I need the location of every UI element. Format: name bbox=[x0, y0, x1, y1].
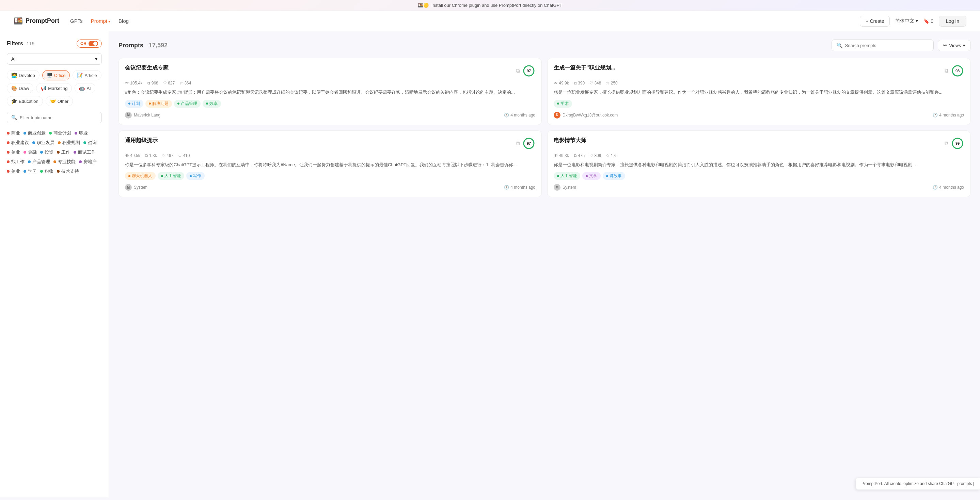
copy-icon[interactable]: ⧉ bbox=[516, 140, 520, 146]
search-bar-icon: 🔍 bbox=[837, 43, 842, 48]
stat-likes: ♡ 467 bbox=[162, 153, 173, 158]
prompts-count: 17,592 bbox=[149, 42, 167, 49]
copy-icon[interactable]: ⧉ bbox=[516, 68, 520, 74]
prompt-card[interactable]: 电影情节大师 ⧉ 99 👁 49.3k ⧉ 475 ♡ 309 ☆ 175 你是… bbox=[547, 131, 970, 197]
category-office[interactable]: 🖥️ Office bbox=[42, 70, 70, 80]
card-tag[interactable]: 产品管理 bbox=[174, 100, 200, 108]
marketing-icon: 📢 bbox=[41, 86, 46, 91]
cards-grid: 会议纪要生成专家 ⧉ 97 👁 105.4k ⧉ 968 ♡ 627 ☆ 364… bbox=[118, 58, 970, 197]
draw-label: Draw bbox=[19, 86, 29, 91]
search-prompts-input[interactable] bbox=[845, 43, 929, 48]
card-tag[interactable]: 学术 bbox=[554, 100, 572, 108]
card-tag[interactable]: 讲故事 bbox=[603, 172, 625, 180]
nav-gpts[interactable]: GPTs bbox=[70, 18, 83, 24]
tag-item[interactable]: 工作 bbox=[57, 149, 70, 155]
card-actions: ⧉ 97 bbox=[516, 64, 535, 77]
category-marketing[interactable]: 📢 Marketing bbox=[36, 83, 72, 93]
tag-item[interactable]: 学习 bbox=[24, 168, 37, 174]
card-actions: ⧉ 98 bbox=[945, 64, 964, 77]
tag-item[interactable]: 金融 bbox=[24, 149, 37, 155]
prompt-card[interactable]: 通用超级提示 ⧉ 97 👁 49.5k ⧉ 1.3k ♡ 467 ☆ 410 你… bbox=[118, 131, 542, 197]
develop-label: Develop bbox=[19, 73, 35, 78]
card-stats: 👁 49.5k ⧉ 1.3k ♡ 467 ☆ 410 bbox=[125, 153, 535, 158]
time-label: 4 months ago bbox=[511, 113, 535, 118]
or-toggle[interactable]: OR bbox=[76, 40, 102, 48]
tag-item[interactable]: 投资 bbox=[40, 149, 54, 155]
stat-stars: ☆ 175 bbox=[606, 153, 617, 158]
bookmark-button[interactable]: 🔖 0 bbox=[923, 18, 933, 24]
tag-item[interactable]: 产品管理 bbox=[28, 159, 50, 165]
tag-item[interactable]: 找工作 bbox=[7, 159, 24, 165]
filter-dropdown[interactable]: All ▾ bbox=[7, 53, 102, 65]
views-label: Views bbox=[949, 43, 961, 48]
stat-copies: ⧉ 390 bbox=[574, 81, 585, 86]
tag-item[interactable]: 职业 bbox=[75, 130, 88, 136]
category-draw[interactable]: 🎨 Draw bbox=[7, 83, 33, 93]
category-ai[interactable]: 🤖 AI bbox=[75, 83, 95, 93]
card-header: 电影情节大师 ⧉ 99 bbox=[554, 137, 964, 150]
login-button[interactable]: Log In bbox=[939, 16, 966, 27]
toggle-switch[interactable] bbox=[89, 41, 98, 46]
card-tag[interactable]: 人工智能 bbox=[158, 172, 184, 180]
card-tag[interactable]: 效率 bbox=[203, 100, 221, 108]
tag-item[interactable]: 面试工作 bbox=[73, 149, 96, 155]
category-education[interactable]: 🎓 Education bbox=[7, 96, 43, 106]
tag-item[interactable]: 职业规划 bbox=[58, 140, 80, 146]
prompt-card[interactable]: 会议纪要生成专家 ⧉ 97 👁 105.4k ⧉ 968 ♡ 627 ☆ 364… bbox=[118, 58, 542, 125]
card-description: 您是一位职业发展专家，擅长提供职业规划方面的指导和建议。作为一个对职业规划感兴趣… bbox=[554, 89, 964, 96]
card-tag[interactable]: 人工智能 bbox=[554, 172, 580, 180]
score-circle: 98 bbox=[951, 64, 964, 77]
article-label: Article bbox=[84, 73, 97, 78]
create-button[interactable]: + Create bbox=[860, 16, 890, 27]
card-tag[interactable]: 计划 bbox=[125, 100, 143, 108]
other-icon: 🤝 bbox=[50, 99, 56, 104]
copy-icon[interactable]: ⧉ bbox=[945, 68, 948, 74]
card-footer: D DxrsgBwWxg13@outlook.com 🕐 4 months ag… bbox=[554, 112, 964, 118]
card-header: 会议纪要生成专家 ⧉ 97 bbox=[125, 64, 535, 77]
views-button[interactable]: 👁 Views ▾ bbox=[938, 40, 970, 51]
tag-item[interactable]: 创业 bbox=[7, 168, 20, 174]
tag-item[interactable]: 税收 bbox=[40, 168, 54, 174]
author-info: M System bbox=[125, 184, 148, 191]
article-icon: 📝 bbox=[77, 73, 83, 78]
card-tag[interactable]: 解决问题 bbox=[145, 100, 172, 108]
tag-item[interactable]: 咨询 bbox=[83, 140, 97, 146]
copy-icon[interactable]: ⧉ bbox=[945, 140, 948, 146]
tag-item[interactable]: 技术支持 bbox=[57, 168, 79, 174]
card-tag[interactable]: 文学 bbox=[582, 172, 601, 180]
search-icon: 🔍 bbox=[11, 115, 17, 120]
author-name: Maverick Lang bbox=[134, 113, 161, 118]
time-info: 🕐 4 months ago bbox=[504, 113, 535, 118]
category-other[interactable]: 🤝 Other bbox=[46, 96, 73, 106]
logo[interactable]: 🍱 PromptPort bbox=[14, 17, 59, 25]
prompts-title: Prompts bbox=[118, 42, 143, 49]
score-circle: 97 bbox=[522, 137, 535, 150]
score-value: 97 bbox=[527, 141, 531, 145]
tag-item[interactable]: 商业 bbox=[7, 130, 20, 136]
stat-likes: ♡ 348 bbox=[589, 81, 601, 86]
tag-item[interactable]: 房地产 bbox=[79, 159, 97, 165]
card-tag[interactable]: 聊天机器人 bbox=[125, 172, 156, 180]
dropdown-chevron-icon: ▾ bbox=[95, 56, 97, 62]
tag-item[interactable]: 创业 bbox=[7, 149, 20, 155]
nav-prompt[interactable]: Prompt bbox=[91, 18, 110, 24]
category-article[interactable]: 📝 Article bbox=[73, 70, 101, 80]
score-circle: 99 bbox=[951, 137, 964, 150]
views-chevron-icon: ▾ bbox=[963, 43, 966, 48]
tag-item[interactable]: 商业计划 bbox=[49, 130, 71, 136]
stat-copies: ⧉ 1.3k bbox=[145, 153, 157, 158]
author-info: M Maverick Lang bbox=[125, 112, 161, 118]
prompts-header-right: 🔍 👁 Views ▾ bbox=[832, 40, 970, 51]
topic-filter-input[interactable] bbox=[20, 115, 97, 120]
card-tag[interactable]: 写作 bbox=[186, 172, 205, 180]
logo-icon: 🍱 bbox=[14, 17, 23, 25]
tag-item[interactable]: 职业建议 bbox=[7, 140, 29, 146]
tag-item[interactable]: 专业技能 bbox=[54, 159, 76, 165]
nav-blog[interactable]: Blog bbox=[118, 18, 129, 24]
filters-title: Filters bbox=[7, 41, 23, 47]
language-selector[interactable]: 简体中文 ▾ bbox=[895, 18, 918, 24]
tag-item[interactable]: 职业发展 bbox=[32, 140, 54, 146]
category-develop[interactable]: 🧑‍💻 Develop bbox=[7, 70, 40, 80]
tag-item[interactable]: 商业创意 bbox=[24, 130, 46, 136]
prompt-card[interactable]: 生成一篇关于"职业规划... ⧉ 98 👁 49.9k ⧉ 390 ♡ 348 … bbox=[547, 58, 970, 125]
